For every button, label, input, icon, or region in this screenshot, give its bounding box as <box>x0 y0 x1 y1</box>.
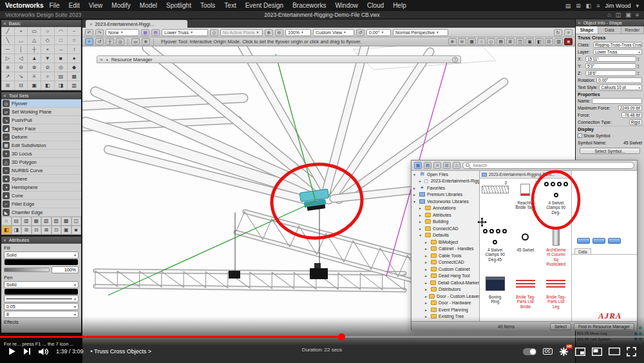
panel-toggle-icon[interactable]: ▤ <box>565 3 571 9</box>
record-icon[interactable]: ■ <box>564 38 573 45</box>
next-button[interactable] <box>23 348 31 355</box>
chevron-down-icon[interactable]: ▾ <box>419 233 423 237</box>
rm-tree-item-defaults[interactable]: ▾Defaults <box>412 232 479 239</box>
menu-item-cloud[interactable]: Cloud <box>363 0 388 11</box>
home-icon[interactable]: ⌂ <box>607 12 611 18</box>
render-mode-icon[interactable]: ▤ <box>497 38 505 45</box>
rotate-view-icon[interactable]: ↺ <box>356 29 365 36</box>
chevron-right-icon[interactable]: ▸ <box>425 287 429 291</box>
render-mode-icon[interactable]: ⊞ <box>506 38 515 45</box>
resource-breadcrumb[interactable]: 2023-Entertainment-Rigging-Dem... <box>480 171 571 179</box>
active-class-dropdown[interactable]: None▾ <box>106 29 139 36</box>
tool-set-category-icon[interactable]: ⌂ <box>1 217 12 226</box>
basic-tool-icon[interactable]: ▷ <box>1 54 15 63</box>
grid-view-icon[interactable]: ▦ <box>414 162 422 169</box>
line-type-dropdown[interactable]: ▾ <box>4 295 79 302</box>
basic-tool-icon[interactable]: ▣ <box>28 81 41 90</box>
basic-tool-icon[interactable]: ~ <box>68 27 81 36</box>
render-mode-icon[interactable]: ○ <box>477 38 486 45</box>
render-mode-icon[interactable]: ⊟ <box>545 38 553 45</box>
close-icon[interactable]: × <box>578 20 581 26</box>
rm-tree-item-open-files[interactable]: ▾▤Open Files <box>412 171 479 178</box>
menu-item-help[interactable]: Help <box>388 0 411 11</box>
coordinate-field-x[interactable]: 15'11" <box>585 56 636 62</box>
tool-set-item-taper-face[interactable]: ◢Taper Face <box>1 124 81 133</box>
autoplay-toggle[interactable] <box>523 348 536 355</box>
render-mode-icon[interactable]: ▦ <box>468 38 476 45</box>
basic-tool-icon[interactable]: ╱ <box>1 27 15 36</box>
grid-icon[interactable]: ⊞ <box>576 3 581 9</box>
stepper-down-icon[interactable]: ▾ <box>638 66 642 69</box>
basic-tool-icon[interactable]: ◎ <box>55 63 68 72</box>
basic-tool-icon[interactable]: = <box>41 72 55 81</box>
miniplayer-button[interactable] <box>575 348 585 356</box>
render-mode-icon[interactable]: ▨ <box>554 38 563 45</box>
tool-set-item-3d-locus[interactable]: +3D Locus <box>1 150 81 158</box>
layout-icon[interactable]: ▣ <box>625 12 631 18</box>
tab-data[interactable]: Data <box>598 26 621 34</box>
tool-set-category-icon[interactable]: ⊠ <box>41 226 52 235</box>
basic-tool-icon[interactable]: ○ <box>41 27 55 36</box>
working-plane-dropdown[interactable]: No Active Plane▾ <box>220 29 263 36</box>
tool-set-category-icon[interactable]: ▥ <box>21 217 32 226</box>
rm-tree-item-vectorworks-libraries[interactable]: ▾Vectorworks Libraries <box>412 198 479 205</box>
render-mode-icon[interactable]: ▣ <box>526 38 534 45</box>
rm-symbol-reachne-bridle-tags[interactable]: 2_ReachNe- Bridle Tags <box>510 179 540 226</box>
pen-style-dropdown[interactable]: Solid ▾ <box>4 281 79 288</box>
chevron-right-icon[interactable]: ▸ <box>419 206 423 210</box>
pip-button[interactable] <box>592 348 602 356</box>
chevron-right-icon[interactable]: ▸ <box>425 240 429 244</box>
tool-set-item-3d-polygon[interactable]: △3D Polygon <box>1 158 81 166</box>
show-symbol-checkbox[interactable]: ✓ <box>578 133 582 138</box>
zoom-level-dropdown[interactable]: 100%▾ <box>285 29 311 36</box>
basic-tool-icon[interactable]: ┼ <box>28 45 41 54</box>
tool-set-category-icon[interactable]: ⊟ <box>32 226 42 235</box>
close-icon[interactable]: × <box>3 237 6 243</box>
basic-tool-icon[interactable]: ◆ <box>68 63 81 72</box>
rm-tree-item-cabinet-handles[interactable]: ▸Cabinet - Handles <box>412 246 479 253</box>
coordinate-field-z[interactable]: 18'6" <box>585 70 636 76</box>
tool-set-item-flyover[interactable]: ◎Flyover <box>1 99 81 108</box>
chevron-down-icon[interactable]: ▾ <box>413 199 417 204</box>
mode-interactive-origin[interactable]: + <box>85 38 93 45</box>
tool-set-item-fillet-edge[interactable]: ⌐Fillet Edge <box>1 200 81 208</box>
preview-button-1[interactable] <box>577 238 590 244</box>
menu-list-icon[interactable]: ≡ <box>596 3 600 9</box>
render-mode-icon[interactable]: ⊕ <box>448 38 457 45</box>
mode-viewport-center[interactable]: ◎ <box>116 38 124 45</box>
chevron-right-icon[interactable]: ▸ <box>425 246 429 251</box>
render-mode-icon[interactable]: ⊖ <box>458 38 466 45</box>
basic-tool-icon[interactable]: ▦ <box>68 72 81 81</box>
list-view-icon[interactable]: ▤ <box>424 162 431 169</box>
tool-set-category-icon[interactable]: ■ <box>71 226 82 235</box>
rm-symbol-4-swivel-clamps-90-deg-45[interactable]: 4 Swivel Clamps 90 Deg-45 <box>480 226 510 273</box>
video-progress-bar[interactable] <box>0 336 644 338</box>
basic-tool-icon[interactable]: ↗ <box>1 72 15 81</box>
refresh-icon[interactable]: ↻ <box>554 29 562 36</box>
tool-set-category-icon[interactable]: ▦ <box>32 217 42 226</box>
layer-dropdown[interactable]: Lower Truss▾ <box>593 49 642 55</box>
tool-set-item-edit-subdivision[interactable]: ▦Edit Subdivision <box>1 141 81 150</box>
tool-set-item-nurbs-curve[interactable]: ≈NURBS Curve <box>1 166 81 175</box>
zoom-in-icon[interactable]: ⊕ <box>265 29 273 36</box>
new-resource-icon[interactable]: ⊞ <box>443 162 451 169</box>
search-input[interactable] <box>473 163 631 168</box>
basic-tool-icon[interactable]: □ <box>55 36 68 45</box>
basic-tool-icon[interactable]: ◧ <box>41 81 55 90</box>
basic-tool-icon[interactable]: ⊘ <box>41 63 55 72</box>
basic-tool-icon[interactable]: × <box>41 45 55 54</box>
basic-tool-icon[interactable]: ■ <box>55 54 68 63</box>
basic-tool-icon[interactable]: ● <box>68 54 81 63</box>
coordinate-field-y[interactable]: 5'3" <box>585 63 636 69</box>
settings-button[interactable]: HD <box>559 347 569 357</box>
tool-set-item-push-pull[interactable]: ↘Push/Pull <box>1 116 81 124</box>
basic-tool-icon[interactable]: ▭ <box>28 27 41 36</box>
chevron-right-icon[interactable]: ▸ <box>413 192 417 197</box>
layers-icon[interactable]: ▤ <box>151 29 160 36</box>
rm-symbol-bridle-tag-parts-list-leg[interactable]: Bridle Tag- Parts List Leg <box>541 273 571 320</box>
basic-tool-icon[interactable]: ⊟ <box>15 81 28 90</box>
list-icon[interactable]: ≡ <box>636 12 639 18</box>
basic-tool-icon[interactable]: + <box>15 27 28 36</box>
fill-color-swatch[interactable] <box>5 259 78 265</box>
close-icon[interactable]: × <box>3 21 6 26</box>
